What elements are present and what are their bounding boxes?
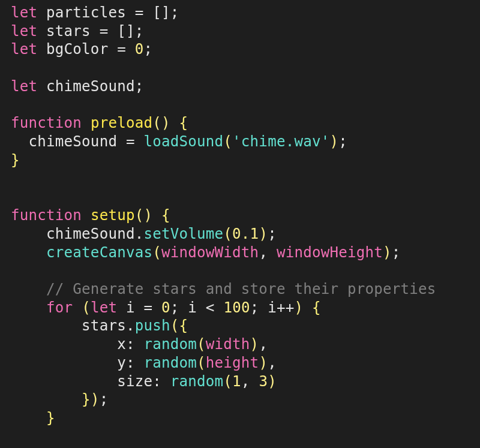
identifier: stars [46, 23, 91, 40]
literal: [] [117, 23, 135, 40]
keyword-let: let [11, 4, 37, 21]
paren: ( [152, 244, 161, 261]
code-line: size: random(1, 3) [11, 373, 277, 390]
operator: ; [135, 23, 144, 40]
paren: ) [268, 373, 277, 390]
number: 1 [232, 373, 241, 390]
identifier: chimeSound [29, 133, 118, 150]
code-line: chimeSound = loadSound('chime.wav'); [11, 133, 347, 150]
brace: { [161, 207, 170, 224]
operator: , [268, 354, 277, 371]
code-line: function preload() { [11, 115, 188, 131]
operator: = [117, 41, 126, 58]
operator: : [126, 354, 135, 371]
code-line: let bgColor = 0; [11, 41, 152, 58]
paren: ( [197, 336, 206, 353]
brace: } [46, 410, 55, 426]
code-line: chimeSound.setVolume(0.1); [11, 225, 277, 242]
code-line: x: random(width), [11, 336, 268, 353]
operator: . [126, 317, 135, 334]
operator: = [143, 299, 152, 316]
operator: < [206, 299, 215, 316]
operator: ; [135, 78, 144, 95]
keyword-for: for [46, 299, 73, 316]
operator: ; [100, 391, 109, 408]
operator: = [135, 4, 144, 21]
code-line [11, 262, 20, 279]
code-line [11, 170, 20, 187]
function-name: preload [91, 115, 152, 131]
keyword-let: let [11, 23, 37, 40]
code-line: } [11, 410, 55, 426]
number: 3 [259, 373, 268, 390]
operator: ; [250, 299, 259, 316]
code-line: createCanvas(windowWidth, windowHeight); [11, 244, 401, 261]
identifier: i [126, 299, 135, 316]
global: height [206, 354, 259, 371]
call: random [143, 354, 197, 371]
comment: // Generate stars and store their proper… [46, 281, 436, 297]
call: createCanvas [46, 244, 152, 261]
code-line: function setup() { [11, 207, 170, 224]
paren: ( [170, 317, 179, 334]
paren: ) [161, 115, 170, 131]
function-name: setup [91, 207, 135, 224]
code-line [11, 97, 20, 113]
global: width [206, 336, 250, 353]
operator: . [135, 225, 144, 242]
paren: ( [223, 225, 232, 242]
keyword-function: function [11, 207, 82, 224]
paren: ( [82, 299, 91, 316]
operator: = [126, 133, 135, 150]
paren: ) [91, 391, 100, 408]
paren: ( [223, 373, 232, 390]
brace: } [11, 152, 20, 169]
identifier: particles [46, 4, 126, 21]
number: 0 [135, 41, 144, 58]
paren: ) [383, 244, 392, 261]
code-line: }); [11, 391, 108, 408]
identifier: i [268, 299, 277, 316]
identifier: i [188, 299, 197, 316]
call: random [170, 373, 224, 390]
identifier: stars [82, 317, 126, 334]
paren: ( [152, 115, 161, 131]
string: 'chime.wav' [232, 133, 329, 150]
call: loadSound [143, 133, 223, 150]
code-line: stars.push({ [11, 317, 188, 334]
operator: ; [170, 299, 179, 316]
code-line: y: random(height), [11, 354, 277, 371]
property: y [117, 354, 126, 371]
operator: , [259, 244, 268, 261]
brace: { [312, 299, 321, 316]
code-line: let chimeSound; [11, 78, 143, 95]
identifier: chimeSound [46, 225, 135, 242]
number: 0.1 [232, 225, 259, 242]
brace: { [179, 317, 188, 334]
code-line: for (let i = 0; i < 100; i++) { [11, 299, 321, 316]
paren: ) [143, 207, 152, 224]
keyword-let: let [11, 41, 37, 58]
brace: { [179, 115, 188, 131]
paren: ) [259, 354, 268, 371]
operator: = [100, 23, 109, 40]
operator: ; [268, 225, 277, 242]
operator: ; [392, 244, 401, 261]
operator: , [241, 373, 250, 390]
operator: , [259, 336, 268, 353]
code-line [11, 59, 20, 76]
operator: ++ [277, 299, 295, 316]
code-line: // Generate stars and store their proper… [11, 281, 436, 297]
paren: ) [259, 225, 268, 242]
code-editor[interactable]: let particles = []; let stars = []; let … [0, 0, 480, 428]
paren: ( [197, 354, 206, 371]
keyword-let: let [11, 78, 37, 95]
identifier: chimeSound [46, 78, 135, 95]
identifier: bgColor [46, 41, 108, 58]
paren: ( [223, 133, 232, 150]
brace: } [82, 391, 91, 408]
paren: ) [250, 336, 259, 353]
paren: ) [329, 133, 338, 150]
property: size [117, 373, 152, 390]
call: random [143, 336, 197, 353]
